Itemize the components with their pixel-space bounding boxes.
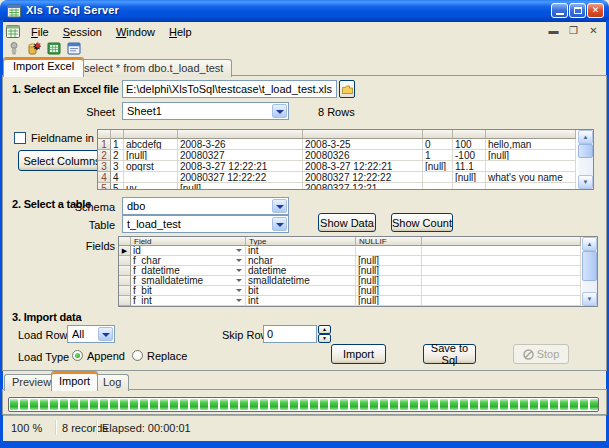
cell-value[interactable] [422, 246, 581, 256]
table-row[interactable]: 4420080327 12:22:2220080327 12:22:22[nul… [98, 172, 578, 183]
cell-value[interactable]: 2008-3-26 [178, 139, 303, 150]
table-select[interactable]: t_load_test [122, 215, 289, 233]
column-header[interactable] [303, 130, 423, 139]
cell-value[interactable]: [null] [356, 266, 422, 276]
scroll-up-icon[interactable]: ▲ [578, 130, 593, 144]
cell-value[interactable]: 0 [423, 139, 453, 150]
skip-rows-stepper[interactable]: ▲ ▼ [318, 325, 331, 343]
column-header[interactable]: NULLIF [356, 237, 422, 246]
sheet-select[interactable]: Sheet1 [122, 102, 289, 120]
cell-value[interactable]: [null] [356, 256, 422, 266]
spin-down-icon[interactable]: ▼ [318, 334, 331, 343]
cell-value[interactable]: 3 [111, 161, 124, 172]
mdi-child-icon[interactable] [6, 25, 20, 38]
excel-file-icon[interactable] [46, 41, 62, 56]
fieldname-in-header-checkbox[interactable] [14, 132, 26, 144]
cell-dropdown-icon[interactable] [234, 296, 243, 305]
chevron-down-icon[interactable] [272, 217, 287, 231]
chevron-down-icon[interactable] [98, 327, 113, 341]
cell-value[interactable]: 4 [111, 172, 124, 183]
cell-value[interactable]: f_smalldatetime [131, 276, 246, 286]
replace-radio[interactable] [132, 350, 143, 361]
cell-value[interactable]: 2008-3-27 12:22:21 [303, 161, 423, 172]
cell-value[interactable]: 1 [423, 150, 453, 161]
chevron-down-icon[interactable] [272, 199, 287, 213]
cell-value[interactable]: f_int [131, 296, 246, 306]
row-marker[interactable] [119, 286, 131, 296]
cell-value[interactable] [356, 246, 422, 256]
cell-value[interactable]: 20080326 [303, 150, 423, 161]
schema-select[interactable]: dbo [122, 197, 289, 215]
table-row[interactable]: 55uv[null]20080327 12:21 [98, 183, 578, 189]
cell-value[interactable]: what's you name [486, 172, 576, 183]
cell-value[interactable]: 20080327 12:22:22 [178, 172, 303, 183]
cell-value[interactable]: -100 [453, 150, 486, 161]
tab-select-query[interactable]: select * from dbo.t_load_test [75, 59, 232, 77]
scroll-down-icon[interactable]: ▼ [582, 292, 597, 306]
sql-query-icon[interactable] [66, 41, 82, 56]
row-number[interactable]: 4 [98, 172, 111, 183]
cell-value[interactable]: 20080327 12:22:22 [303, 172, 423, 183]
tab-import[interactable]: Import [51, 371, 98, 391]
skip-rows-input[interactable]: 0 [263, 325, 317, 343]
mdi-close-icon[interactable]: ✕ [587, 25, 600, 37]
cell-value[interactable]: 2008-3-25 [303, 139, 423, 150]
save-to-sql-button[interactable]: Save to Sql [423, 344, 476, 364]
cell-value[interactable]: [null] [486, 150, 576, 161]
row-marker[interactable] [119, 256, 131, 266]
cell-value[interactable] [423, 183, 453, 189]
cell-value[interactable]: [null] [178, 183, 303, 189]
excel-file-path-input[interactable]: E:\delphi\XlsToSql\testcase\t_load_test.… [122, 80, 337, 98]
cell-value[interactable]: 2 [111, 150, 124, 161]
chevron-down-icon[interactable] [272, 104, 287, 118]
scroll-up-icon[interactable]: ▲ [582, 237, 597, 251]
cell-value[interactable] [422, 256, 581, 266]
cell-value[interactable]: f_char [131, 256, 246, 266]
column-header[interactable] [124, 130, 178, 139]
import-button[interactable]: Import [331, 344, 386, 364]
row-number[interactable]: 2 [98, 150, 111, 161]
select-columns-button[interactable]: Select Columns [18, 150, 106, 171]
preview-grid[interactable]: 11abcdefg2008-3-262008-3-250100hello,man… [97, 129, 594, 190]
table-row[interactable]: 33opqrst2008-3-27 12:22:212008-3-27 12:2… [98, 161, 578, 172]
spin-up-icon[interactable]: ▲ [318, 325, 331, 334]
preview-grid-scrollbar[interactable]: ▲ ▼ [578, 130, 593, 189]
append-radio[interactable] [72, 350, 83, 361]
cell-value[interactable]: 20080327 12:21 [303, 183, 423, 189]
close-button[interactable]: ✕ [587, 3, 604, 18]
column-header[interactable]: Field [131, 237, 246, 246]
cell-value[interactable]: 11.1 [453, 161, 486, 172]
cell-dropdown-icon[interactable] [234, 276, 243, 285]
cell-value[interactable]: abcdefg [124, 139, 178, 150]
cell-value[interactable] [422, 286, 581, 296]
table-row[interactable]: ▶idint [119, 246, 582, 256]
fields-grid-scrollbar[interactable]: ▲ ▼ [582, 237, 597, 306]
cell-dropdown-icon[interactable] [234, 286, 243, 295]
cell-value[interactable] [423, 172, 453, 183]
row-marker[interactable] [119, 276, 131, 286]
scrollbar-thumb[interactable] [582, 251, 597, 281]
cell-value[interactable]: [null] [356, 276, 422, 286]
cell-value[interactable]: [null] [423, 161, 453, 172]
column-header[interactable] [486, 130, 576, 139]
row-number[interactable]: 1 [98, 139, 111, 150]
cell-value[interactable]: hello,man [486, 139, 576, 150]
cell-value[interactable] [422, 296, 581, 306]
cell-dropdown-icon[interactable] [234, 246, 243, 255]
cell-value[interactable]: int [246, 296, 356, 306]
row-number[interactable]: 5 [98, 183, 111, 189]
scroll-down-icon[interactable]: ▼ [578, 175, 593, 189]
current-row-marker-icon[interactable]: ▶ [119, 246, 131, 256]
cell-value[interactable]: [null] [124, 150, 178, 161]
show-data-button[interactable]: Show Data [318, 213, 376, 232]
table-row[interactable]: 11abcdefg2008-3-262008-3-250100hello,man [98, 139, 578, 150]
column-header[interactable] [423, 130, 453, 139]
cell-value[interactable]: 5 [111, 183, 124, 189]
cell-value[interactable]: nchar [246, 256, 356, 266]
cell-value[interactable]: id [131, 246, 246, 256]
cell-value[interactable]: datetime [246, 266, 356, 276]
cell-value[interactable]: [null] [356, 296, 422, 306]
cell-value[interactable] [486, 161, 576, 172]
show-count-button[interactable]: Show Count [391, 213, 453, 232]
fields-grid[interactable]: FieldTypeNULLIF▶idintf_charnchar[null]f_… [118, 236, 598, 307]
